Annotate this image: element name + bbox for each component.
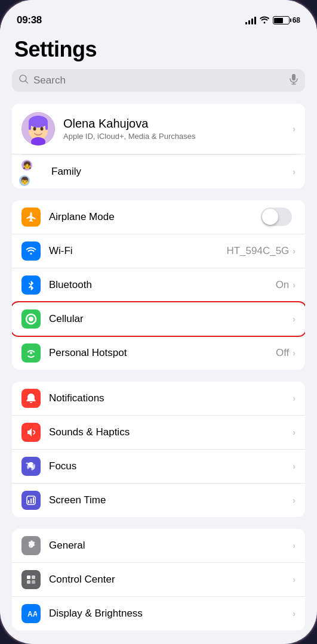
airplane-mode-row[interactable]: Airplane Mode bbox=[12, 200, 305, 234]
airplane-toggle[interactable] bbox=[261, 208, 292, 226]
notifications-label: Notifications bbox=[49, 392, 293, 404]
family-label: Family bbox=[51, 166, 293, 178]
display-chevron: › bbox=[293, 609, 296, 618]
profile-info: Olena Kahujova Apple ID, iCloud+, Media … bbox=[63, 117, 293, 141]
svg-rect-15 bbox=[28, 500, 29, 503]
page-title: Settings bbox=[14, 37, 305, 62]
bluetooth-chevron: › bbox=[293, 280, 296, 290]
notifications-icon bbox=[21, 389, 41, 408]
bluetooth-row[interactable]: Bluetooth On › bbox=[12, 268, 305, 302]
display-icon: AA bbox=[21, 604, 41, 623]
focus-icon bbox=[21, 457, 41, 476]
display-label: Display & Brightness bbox=[49, 608, 293, 620]
focus-row[interactable]: Focus › bbox=[12, 450, 305, 484]
general-icon bbox=[21, 536, 41, 555]
notifications-chevron: › bbox=[293, 394, 296, 403]
connectivity-group: Airplane Mode Wi-Fi HT_5 bbox=[12, 200, 305, 370]
hotspot-value: Off bbox=[276, 347, 289, 359]
svg-rect-8 bbox=[29, 122, 31, 130]
status-bar: 09:38 bbox=[0, 0, 317, 32]
status-time: 09:38 bbox=[17, 14, 42, 26]
focus-label: Focus bbox=[49, 460, 293, 472]
profile-subtitle: Apple ID, iCloud+, Media & Purchases bbox=[63, 132, 293, 141]
airplane-mode-icon bbox=[21, 208, 41, 227]
airplane-mode-label: Airplane Mode bbox=[49, 211, 261, 223]
general-group: General › Control Center › bbox=[12, 529, 305, 630]
battery-level: 68 bbox=[293, 16, 300, 24]
wifi-icon bbox=[21, 242, 41, 261]
control-center-row[interactable]: Control Center › bbox=[12, 563, 305, 597]
wifi-status-icon bbox=[260, 16, 269, 26]
signal-icon bbox=[245, 16, 256, 24]
status-icons: 68 bbox=[245, 16, 300, 26]
general-row[interactable]: General › bbox=[12, 529, 305, 563]
general-chevron: › bbox=[293, 541, 296, 550]
svg-rect-19 bbox=[32, 575, 35, 579]
bluetooth-icon bbox=[21, 275, 41, 295]
search-bar[interactable] bbox=[12, 69, 305, 92]
svg-rect-18 bbox=[27, 575, 30, 579]
sounds-label: Sounds & Haptics bbox=[49, 426, 293, 438]
wifi-chevron: › bbox=[293, 246, 296, 256]
phone-frame: 09:38 bbox=[0, 0, 317, 644]
focus-chevron: › bbox=[293, 462, 296, 471]
family-icon: 👧 👦 bbox=[21, 162, 43, 181]
sounds-icon bbox=[21, 423, 41, 442]
profile-group: Olena Kahujova Apple ID, iCloud+, Media … bbox=[12, 104, 305, 188]
svg-point-11 bbox=[41, 127, 44, 131]
svg-rect-9 bbox=[45, 122, 48, 130]
screentime-icon bbox=[21, 491, 41, 510]
phone-screen: 09:38 bbox=[0, 0, 317, 644]
bluetooth-label: Bluetooth bbox=[49, 279, 276, 291]
svg-rect-20 bbox=[27, 580, 30, 584]
control-center-label: Control Center bbox=[49, 574, 293, 586]
svg-rect-21 bbox=[32, 580, 35, 584]
svg-point-13 bbox=[29, 317, 33, 321]
battery-icon: 68 bbox=[273, 16, 300, 24]
family-row[interactable]: 👧 👦 Family › bbox=[12, 155, 305, 188]
svg-rect-16 bbox=[30, 499, 32, 503]
display-row[interactable]: AA Display & Brightness › bbox=[12, 597, 305, 630]
svg-point-7 bbox=[29, 116, 48, 128]
control-center-chevron: › bbox=[293, 575, 296, 584]
cellular-row[interactable]: Cellular › bbox=[12, 302, 305, 336]
wifi-row[interactable]: Wi-Fi HT_594C_5G › bbox=[12, 234, 305, 268]
screentime-chevron: › bbox=[293, 496, 296, 505]
svg-text:AA: AA bbox=[27, 610, 37, 618]
notifications-row[interactable]: Notifications › bbox=[12, 382, 305, 416]
family-chevron: › bbox=[293, 167, 296, 177]
bluetooth-value: On bbox=[276, 279, 290, 291]
profile-name: Olena Kahujova bbox=[63, 117, 293, 131]
hotspot-row[interactable]: Personal Hotspot Off › bbox=[12, 336, 305, 370]
search-input[interactable] bbox=[33, 75, 285, 86]
screentime-label: Screen Time bbox=[49, 494, 293, 506]
hotspot-icon bbox=[21, 343, 41, 363]
wifi-value: HT_594C_5G bbox=[226, 245, 289, 257]
svg-point-10 bbox=[33, 127, 36, 131]
svg-line-1 bbox=[26, 81, 28, 83]
sounds-row[interactable]: Sounds & Haptics › bbox=[12, 416, 305, 450]
cellular-label: Cellular bbox=[49, 313, 293, 325]
hotspot-chevron: › bbox=[293, 348, 296, 358]
profile-row[interactable]: Olena Kahujova Apple ID, iCloud+, Media … bbox=[12, 104, 305, 154]
search-icon bbox=[19, 75, 29, 86]
avatar bbox=[21, 112, 55, 145]
cellular-icon bbox=[21, 309, 41, 329]
profile-chevron: › bbox=[293, 124, 296, 134]
cellular-chevron: › bbox=[293, 314, 296, 324]
mic-icon bbox=[290, 74, 298, 87]
svg-rect-17 bbox=[33, 497, 34, 503]
svg-rect-2 bbox=[292, 74, 296, 80]
wifi-label: Wi-Fi bbox=[49, 245, 226, 257]
screentime-row[interactable]: Screen Time › bbox=[12, 484, 305, 517]
main-content: Settings bbox=[0, 32, 317, 644]
sounds-chevron: › bbox=[293, 428, 296, 437]
hotspot-label: Personal Hotspot bbox=[49, 347, 276, 359]
general-label: General bbox=[49, 540, 293, 552]
notifications-group: Notifications › Sounds & Haptics › bbox=[12, 382, 305, 517]
control-center-icon bbox=[21, 570, 41, 589]
